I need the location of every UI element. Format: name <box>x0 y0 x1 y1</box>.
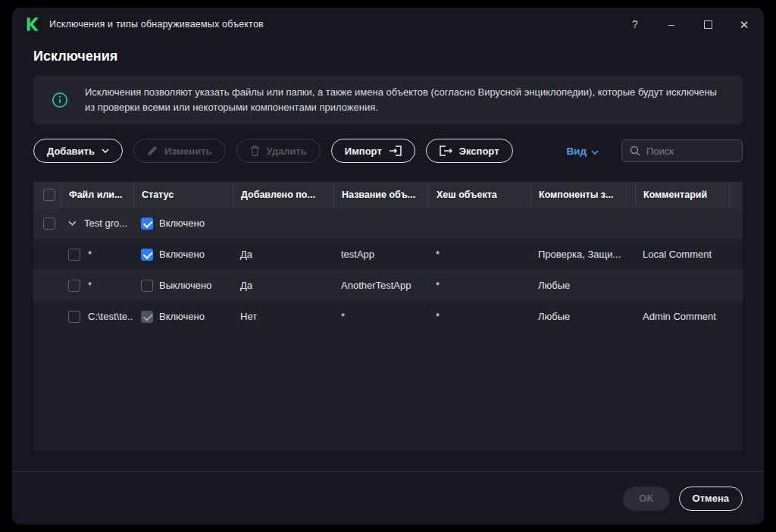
export-icon <box>440 146 452 156</box>
column-header-file[interactable]: Файл или... <box>61 182 133 208</box>
table-row[interactable]: C:\test\te... Включено Нет * * Любые Adm… <box>33 301 743 332</box>
info-banner-text: Исключения позволяют указать файлы или п… <box>85 85 728 115</box>
pencil-icon <box>147 146 158 156</box>
chevron-down-icon <box>102 149 109 153</box>
window-controls: ? – ✕ <box>629 19 750 30</box>
table-row[interactable]: * Выключено Да AnotherTestApp * Любые <box>33 270 743 301</box>
status-label: Включено <box>159 217 205 229</box>
row-select-checkbox[interactable] <box>68 280 80 292</box>
table-row-group[interactable]: Test gro... Включено <box>33 208 743 239</box>
exclusions-table: Файл или... Статус Добавлено по... Назва… <box>33 182 743 451</box>
edit-button[interactable]: Изменить <box>133 139 226 163</box>
group-name: Test gro... <box>84 217 127 229</box>
cell-comment: Local Comment <box>635 239 729 270</box>
app-window: Исключения и типы обнаруживаемых объекто… <box>12 8 764 524</box>
page-title: Исключения <box>33 49 764 64</box>
info-banner: Исключения позволяют указать файлы или п… <box>33 76 743 124</box>
table-row[interactable]: * Включено Да testApp * Проверка, Защи..… <box>33 239 743 270</box>
column-header-scrollbar-gutter <box>729 182 743 208</box>
chevron-down-icon[interactable] <box>68 221 77 226</box>
add-button[interactable]: Добавить <box>33 139 123 163</box>
status-label: Включено <box>159 311 205 322</box>
cell-hash: * <box>428 239 530 270</box>
import-icon <box>389 146 402 156</box>
column-header-object-name[interactable]: Название объ... <box>333 182 428 208</box>
status-label: Выключено <box>159 280 211 291</box>
cell-components: Проверка, Защи... <box>530 239 635 270</box>
search-input[interactable] <box>646 146 734 157</box>
row-select-checkbox[interactable] <box>68 249 80 261</box>
close-icon[interactable]: ✕ <box>738 19 750 30</box>
cell-added-by: Нет <box>233 301 333 332</box>
cell-added-by: Да <box>233 239 333 270</box>
status-checkbox[interactable] <box>141 311 153 323</box>
cell-hash: * <box>428 301 530 332</box>
dialog-footer: OK Отмена <box>12 471 764 524</box>
column-header-comment[interactable]: Комментарий <box>635 182 729 208</box>
export-button[interactable]: Экспорт <box>426 139 513 163</box>
select-all-checkbox[interactable] <box>43 189 55 201</box>
table-header: Файл или... Статус Добавлено по... Назва… <box>33 182 743 208</box>
help-icon[interactable]: ? <box>629 19 641 30</box>
row-select-checkbox[interactable] <box>68 311 80 323</box>
minimize-icon[interactable]: – <box>665 19 677 30</box>
table-empty-area <box>33 332 743 451</box>
cell-added-by: Да <box>233 270 333 301</box>
titlebar: Исключения и типы обнаруживаемых объекто… <box>12 8 764 41</box>
toolbar: Добавить Изменить Удалить Импорт <box>33 138 743 164</box>
cell-object-name: AnotherTestApp <box>333 270 428 301</box>
cell-file: * <box>88 249 92 260</box>
delete-button[interactable]: Удалить <box>236 139 321 163</box>
status-label: Включено <box>159 249 205 260</box>
ok-button[interactable]: OK <box>623 487 670 511</box>
cancel-button[interactable]: Отмена <box>679 487 743 511</box>
cell-file: * <box>88 280 92 291</box>
cell-components: Любые <box>530 270 635 301</box>
search-box <box>621 139 743 162</box>
row-select-checkbox[interactable] <box>43 217 55 230</box>
cell-object-name: testApp <box>333 239 428 270</box>
window-title: Исключения и типы обнаруживаемых объекто… <box>49 19 264 30</box>
column-header-added-by[interactable]: Добавлено по... <box>233 182 333 208</box>
column-header-hash[interactable]: Хеш объекта <box>428 182 530 208</box>
kaspersky-logo-icon <box>24 16 41 33</box>
status-checkbox[interactable] <box>141 280 153 292</box>
cell-object-name: * <box>333 301 428 332</box>
import-button[interactable]: Импорт <box>331 139 415 163</box>
info-icon <box>52 92 68 108</box>
status-checkbox[interactable] <box>141 249 153 261</box>
trash-icon <box>250 146 260 156</box>
column-header-status[interactable]: Статус <box>133 182 233 208</box>
status-checkbox[interactable] <box>141 217 153 230</box>
maximize-icon[interactable] <box>702 20 714 29</box>
column-header-components[interactable]: Компоненты з... <box>530 182 635 208</box>
cell-comment: Admin Comment <box>635 301 729 332</box>
cell-components: Любые <box>530 301 635 332</box>
cell-file: C:\test\te... <box>88 311 133 322</box>
chevron-down-icon <box>591 146 599 157</box>
search-icon <box>630 146 640 156</box>
cell-comment <box>635 270 729 301</box>
view-dropdown[interactable]: Вид <box>566 146 599 157</box>
cell-hash: * <box>428 270 530 301</box>
